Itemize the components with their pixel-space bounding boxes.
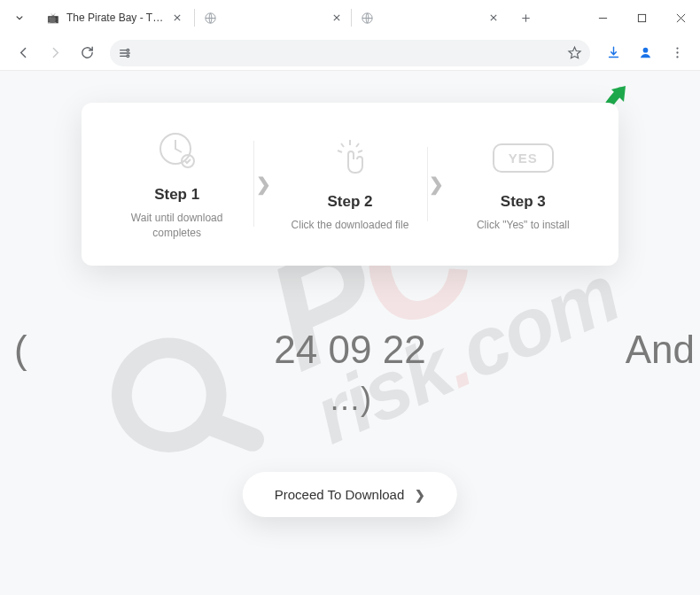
step-title: Step 1 (154, 186, 199, 204)
tab-close-button[interactable] (170, 11, 184, 25)
window-controls (583, 0, 700, 35)
titlebar: 📺 The Pirate Bay - The galax (0, 0, 700, 35)
marquee-tail: …) (0, 381, 700, 418)
svg-point-7 (676, 51, 678, 53)
tab-pirate-bay[interactable]: 📺 The Pirate Bay - The galax (39, 4, 194, 32)
step-2: Step 2 Click the downloaded file (272, 135, 427, 233)
svg-point-4 (127, 55, 129, 58)
tab-blank-1[interactable] (196, 4, 351, 32)
step-description: Click "Yes" to install (477, 218, 570, 233)
minimize-button[interactable] (583, 4, 622, 32)
browser-window: 📺 The Pirate Bay - The galax (0, 0, 700, 595)
step-3: YES Step 3 Click "Yes" to install (446, 135, 601, 233)
reload-button[interactable] (73, 39, 101, 67)
svg-point-3 (127, 49, 129, 51)
tab-close-button[interactable] (330, 11, 344, 25)
chevron-right-icon: ❯ (428, 174, 446, 195)
downloads-button[interactable] (599, 39, 627, 67)
step-title: Step 3 (501, 193, 546, 211)
close-button[interactable] (661, 4, 700, 32)
search-tabs-button[interactable] (7, 5, 32, 30)
clock-icon (156, 128, 198, 174)
bookmark-icon[interactable] (565, 44, 583, 62)
marquee-center: 24 09 22 (274, 328, 425, 371)
chevron-right-icon: ❯ (254, 174, 272, 195)
marquee-text: ( 24 09 22 And (0, 328, 700, 372)
tap-icon (329, 135, 371, 181)
site-settings-icon[interactable] (117, 45, 133, 61)
step-description: Click the downloaded file (292, 218, 409, 233)
menu-button[interactable] (663, 39, 691, 67)
yes-badge-icon: YES (493, 135, 554, 181)
proceed-label: Proceed To Download (275, 487, 404, 502)
favicon-icon: 📺 (46, 11, 60, 25)
step-description: Wait until download completes (111, 211, 244, 241)
svg-point-6 (676, 47, 678, 49)
svg-point-8 (676, 56, 678, 58)
marquee-left-fragment: ( (14, 328, 27, 372)
step-title: Step 2 (327, 193, 372, 211)
tab-close-button[interactable] (486, 11, 501, 25)
marquee-right-fragment: And (626, 328, 695, 372)
svg-rect-2 (638, 14, 645, 21)
new-tab-button[interactable] (513, 5, 538, 30)
step-1: Step 1 Wait until download completes (99, 128, 254, 241)
chevron-right-icon: ❯ (415, 488, 425, 502)
tab-active[interactable] (353, 4, 508, 32)
tab-title: The Pirate Bay - The galax (66, 12, 164, 24)
globe-icon (203, 11, 217, 25)
back-button[interactable] (9, 39, 37, 67)
profile-button[interactable] (631, 39, 659, 67)
globe-icon (360, 11, 374, 25)
tab-strip: 📺 The Pirate Bay - The galax (7, 0, 583, 35)
page-content: PC risk.com (0, 71, 700, 595)
svg-point-5 (642, 48, 648, 53)
proceed-download-button[interactable]: Proceed To Download ❯ (243, 472, 457, 517)
toolbar (0, 35, 700, 71)
maximize-button[interactable] (622, 4, 661, 32)
steps-card: Step 1 Wait until download completes ❯ S… (82, 103, 618, 266)
forward-button[interactable] (41, 39, 69, 67)
address-bar[interactable] (110, 40, 590, 66)
